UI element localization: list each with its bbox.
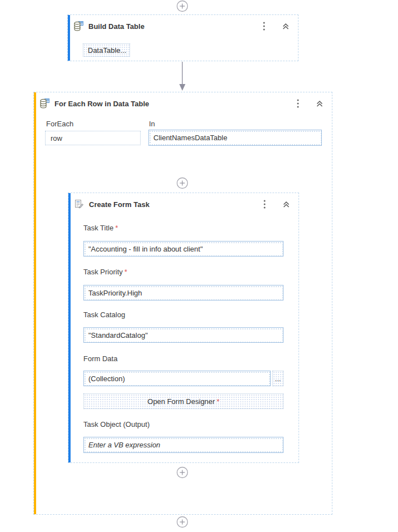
collapse-icon[interactable]	[281, 21, 291, 31]
activity-build-data-table[interactable]: Build Data Table DataTable...	[67, 14, 298, 61]
task-title-label: Task Title*	[83, 224, 118, 232]
plus-icon	[176, 0, 188, 12]
task-object-label: Task Object (Output)	[83, 420, 150, 428]
data-table-icon	[39, 98, 50, 109]
form-data-browse-button[interactable]: ...	[272, 371, 283, 386]
open-form-designer-button[interactable]: Open Form Designer*	[83, 393, 283, 409]
task-catalog-input[interactable]: "StandardCatalog"	[83, 327, 283, 343]
plus-icon	[176, 516, 188, 528]
collapse-icon[interactable]	[281, 199, 291, 209]
task-object-input[interactable]: Enter a VB expression	[83, 437, 283, 453]
workflow-designer-canvas: Build Data Table DataTable...	[0, 0, 398, 532]
kebab-menu-icon[interactable]	[262, 199, 267, 210]
activity-accent-bar	[68, 15, 70, 61]
form-data-label: Form Data	[83, 354, 117, 363]
in-label: In	[149, 120, 155, 128]
activity-title: For Each Row in Data Table	[54, 100, 149, 108]
collapse-icon[interactable]	[315, 98, 325, 109]
activity-for-each-row[interactable]: For Each Row in Data Table ForEach In ro…	[33, 92, 332, 515]
activity-create-form-task[interactable]: Create Form Task Task Title* "A	[68, 193, 299, 463]
required-marker: *	[217, 397, 220, 406]
container-accent-bar	[34, 92, 36, 514]
kebab-menu-icon[interactable]	[262, 21, 266, 32]
kebab-menu-icon[interactable]	[296, 98, 300, 109]
required-marker: *	[125, 268, 127, 276]
add-activity-button[interactable]	[176, 516, 188, 528]
task-catalog-label: Task Catalog	[83, 311, 125, 319]
task-priority-input[interactable]: TaskPriority.High	[83, 285, 283, 301]
data-table-icon	[73, 21, 84, 32]
plus-icon	[176, 177, 188, 189]
in-expression-input[interactable]: ClientNamesDataTable	[148, 130, 322, 146]
required-marker: *	[115, 224, 118, 232]
flow-arrow	[178, 62, 186, 91]
activity-accent-bar	[68, 193, 71, 462]
form-task-icon	[73, 199, 84, 210]
foreach-variable-input[interactable]: row	[45, 131, 141, 145]
task-title-input[interactable]: "Accounting - fill in info about client"	[83, 241, 283, 257]
add-activity-button[interactable]	[176, 0, 188, 12]
plus-icon	[176, 466, 188, 479]
form-data-input[interactable]: (Collection)	[83, 371, 271, 386]
activity-title: Create Form Task	[89, 200, 150, 209]
foreach-label: ForEach	[46, 120, 73, 128]
datatable-edit-button[interactable]: DataTable...	[83, 43, 130, 57]
add-activity-button[interactable]	[176, 466, 188, 479]
activity-title: Build Data Table	[88, 22, 145, 31]
task-priority-label: Task Priority*	[83, 268, 127, 276]
add-activity-button[interactable]	[176, 177, 188, 189]
